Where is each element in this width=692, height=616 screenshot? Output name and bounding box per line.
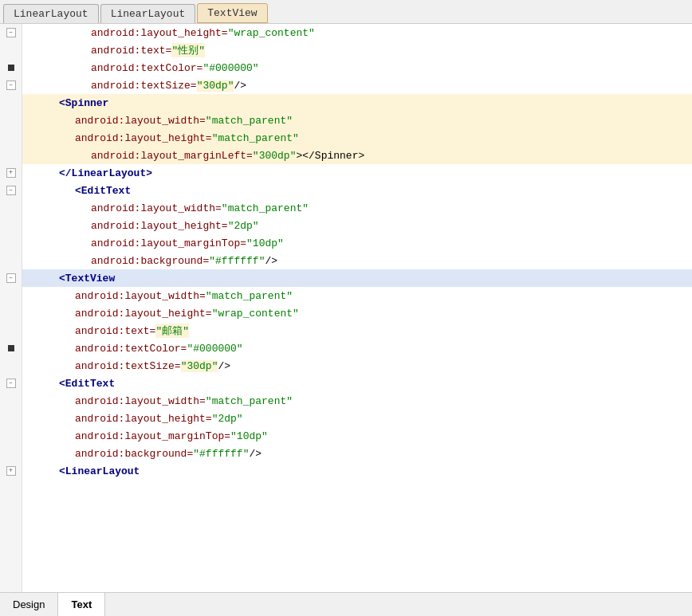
code-area[interactable]: android:layout_height="wrap_content"andr… <box>22 24 692 592</box>
code-line[interactable]: android:textColor="#000000" <box>22 339 692 357</box>
code-line[interactable]: android:layout_width="match_parent" <box>22 287 692 304</box>
code-line[interactable]: android:layout_height="wrap_content" <box>22 304 692 322</box>
fold-toggle[interactable]: – <box>6 273 16 283</box>
code-line[interactable]: android:layout_width="match_parent" <box>22 392 692 410</box>
code-line[interactable]: android:textSize="30dp"/> <box>22 77 692 94</box>
xml-punct: /> <box>265 255 277 267</box>
code-line[interactable]: android:background="#ffffff"/> <box>22 445 692 462</box>
xml-tag: <LinearLayout <box>59 465 140 477</box>
code-line[interactable]: android:layout_height="match_parent" <box>22 129 692 147</box>
code-line[interactable]: <TextView <box>22 269 692 287</box>
code-line[interactable]: android:layout_marginTop="10dp" <box>22 234 692 252</box>
gutter-row: – <box>0 375 22 392</box>
xml-attr: android:layout_height= <box>91 27 228 39</box>
fold-toggle[interactable]: + <box>6 466 16 476</box>
fold-toggle[interactable]: – <box>6 379 16 388</box>
xml-attr: android:background= <box>75 448 193 460</box>
xml-value: "match_parent" <box>206 290 293 302</box>
code-line[interactable]: <EditText <box>22 182 692 199</box>
xml-attr: android:layout_marginTop= <box>75 430 230 442</box>
code-line[interactable]: android:layout_height="wrap_content" <box>22 24 692 41</box>
code-line[interactable]: android:textColor="#000000" <box>22 59 692 77</box>
xml-attr: android:textColor= <box>91 62 202 74</box>
breakpoint-dot[interactable] <box>8 65 14 71</box>
xml-attr: android:text= <box>75 325 155 337</box>
xml-value-highlighted: "性别" <box>171 43 205 57</box>
gutter-row <box>0 445 22 462</box>
xml-value: "300dp" <box>253 150 297 162</box>
gutter-row <box>0 322 22 339</box>
xml-value: "wrap_content" <box>228 27 315 39</box>
xml-value: "wrap_content" <box>212 308 299 320</box>
xml-attr: android:layout_height= <box>75 413 212 425</box>
code-line[interactable]: </LinearLayout> <box>22 164 692 182</box>
breakpoint-dot[interactable] <box>8 345 14 351</box>
xml-attr: android:layout_height= <box>75 132 212 144</box>
xml-value-highlighted: "30dp" <box>181 360 218 372</box>
gutter-row <box>0 129 22 147</box>
gutter-row <box>0 41 22 59</box>
gutter-row <box>0 392 22 410</box>
code-line[interactable]: android:layout_height="2dp" <box>22 410 692 427</box>
bottom-tab-bar: Design Text <box>0 592 692 616</box>
fold-toggle[interactable]: – <box>6 80 16 90</box>
gutter-row <box>0 217 22 234</box>
code-line[interactable]: <Spinner <box>22 94 692 112</box>
fold-toggle[interactable]: – <box>6 28 16 37</box>
code-line[interactable]: <LinearLayout <box>22 462 692 480</box>
xml-tag: <Spinner <box>59 97 108 109</box>
code-line[interactable]: android:text="邮箱" <box>22 322 692 339</box>
editor-area: ––+–––+ android:layout_height="wrap_cont… <box>0 24 692 592</box>
gutter-row: – <box>0 269 22 287</box>
xml-value: "10dp" <box>230 430 268 442</box>
gutter-row <box>0 199 22 217</box>
fold-toggle[interactable]: + <box>6 168 16 178</box>
code-line[interactable]: android:layout_marginLeft="300dp"></Spin… <box>22 147 692 164</box>
xml-value: "#000000" <box>202 62 258 74</box>
gutter-row <box>0 339 22 357</box>
tab-linearlayout-1[interactable]: LinearLayout <box>3 4 99 23</box>
xml-attr: android:textColor= <box>75 343 187 355</box>
xml-value: "match_parent" <box>206 395 293 407</box>
xml-value: "2dp" <box>228 220 259 232</box>
bottom-tab-design[interactable]: Design <box>0 593 58 616</box>
xml-attr: android:background= <box>91 255 209 267</box>
xml-value-highlighted: "邮箱" <box>155 324 189 338</box>
tab-textview[interactable]: TextView <box>197 3 267 23</box>
code-line[interactable]: android:layout_width="match_parent" <box>22 199 692 217</box>
xml-tag: <EditText <box>75 185 131 197</box>
gutter-row: – <box>0 24 22 41</box>
gutter-row <box>0 112 22 129</box>
gutter-row <box>0 357 22 375</box>
gutter-row <box>0 304 22 322</box>
xml-attr: android:layout_height= <box>75 308 212 320</box>
xml-value: "#ffffff" <box>209 255 265 267</box>
code-line[interactable]: android:layout_marginTop="10dp" <box>22 427 692 445</box>
code-line[interactable]: android:background="#ffffff"/> <box>22 252 692 269</box>
gutter-row <box>0 410 22 427</box>
code-line[interactable]: <EditText <box>22 375 692 392</box>
gutter-row <box>0 287 22 304</box>
code-line[interactable]: android:textSize="30dp"/> <box>22 357 692 375</box>
gutter-row: + <box>0 164 22 182</box>
xml-attr: android:textSize= <box>75 360 181 372</box>
fold-toggle[interactable]: – <box>6 186 16 195</box>
xml-value: "2dp" <box>212 413 243 425</box>
xml-attr: android:text= <box>91 45 171 57</box>
line-gutter: ––+–––+ <box>0 24 22 592</box>
code-line[interactable]: android:layout_height="2dp" <box>22 217 692 234</box>
xml-value: "#ffffff" <box>193 448 249 460</box>
gutter-row <box>0 147 22 164</box>
code-line[interactable]: android:layout_width="match_parent" <box>22 112 692 129</box>
xml-punct: ></Spinner> <box>296 150 364 162</box>
code-line[interactable]: android:text="性别" <box>22 41 692 59</box>
xml-value: "match_parent" <box>222 202 309 214</box>
xml-value: "#000000" <box>187 343 242 355</box>
xml-attr: android:layout_marginLeft= <box>91 150 253 162</box>
gutter-row: – <box>0 182 22 199</box>
bottom-tab-text[interactable]: Text <box>58 593 105 616</box>
xml-attr: android:layout_width= <box>75 290 206 302</box>
xml-attr: android:layout_width= <box>75 395 206 407</box>
tab-linearlayout-2[interactable]: LinearLayout <box>100 4 196 23</box>
xml-attr: android:layout_height= <box>91 220 228 232</box>
